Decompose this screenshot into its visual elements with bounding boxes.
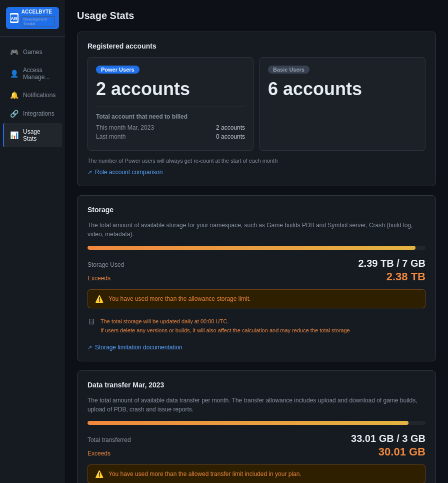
- power-users-box: Power Users 2 accounts Total account tha…: [88, 57, 254, 151]
- sidebar-item-games-label: Games: [23, 49, 42, 56]
- integrations-icon: 🔗: [10, 110, 18, 118]
- storage-exceeds-value: 2.38 TB: [386, 270, 426, 283]
- transfer-progress-bar: [88, 421, 426, 425]
- power-users-info: The number of Power users will always ge…: [88, 158, 426, 164]
- billing-last-month-value: 0 accounts: [216, 133, 245, 140]
- billing-this-month-label: This month Mar, 2023: [96, 124, 154, 131]
- data-transfer-card: Data transfer Mar, 2023 The total amount…: [77, 370, 436, 483]
- storage-doc-link-wrap: ↗ Storage limitation documentation: [88, 344, 426, 351]
- sidebar: AB ACCELBYTE Development Toolkit 🎮 Games…: [0, 0, 65, 483]
- logo-icon: AB: [10, 13, 18, 23]
- power-users-badge: Power Users: [96, 66, 140, 74]
- storage-stats-row: Storage Used 2.39 TB / 7 GB: [88, 258, 426, 269]
- sidebar-item-access-manage-label: Access Manage...: [23, 67, 55, 81]
- access-manage-icon: 👤: [10, 70, 18, 78]
- transfer-alert-box: ⚠️ You have used more than the allowed t…: [88, 464, 426, 483]
- transfer-exceeds-value: 30.01 GB: [378, 445, 426, 458]
- logo-name: ACCELBYTE: [22, 9, 55, 15]
- billing-last-month-label: Last month: [96, 133, 126, 140]
- registered-accounts-title: Registered accounts: [88, 42, 426, 50]
- storage-doc-label: Storage limitation documentation: [95, 344, 182, 351]
- storage-info-text: The total storage will be updated daily …: [100, 317, 350, 335]
- billing-this-month-value: 2 accounts: [216, 124, 245, 131]
- sidebar-item-usage-stats[interactable]: 📊 Usage Stats: [3, 123, 62, 147]
- storage-alert-text: You have used more than the allowance st…: [108, 295, 250, 302]
- sidebar-item-notifications-label: Notifications: [23, 92, 56, 99]
- billing-this-month: This month Mar, 2023 2 accounts: [96, 124, 245, 131]
- sidebar-nav: 🎮 Games 👤 Access Manage... 🔔 Notificatio…: [0, 37, 65, 483]
- page-title: Usage Stats: [77, 10, 436, 22]
- transfer-alert-icon: ⚠️: [95, 470, 104, 478]
- storage-used-value: 2.39 TB / 7 GB: [358, 258, 426, 269]
- sidebar-logo: AB ACCELBYTE Development Toolkit: [0, 0, 65, 37]
- storage-bar-fill: [88, 246, 416, 250]
- sidebar-item-integrations[interactable]: 🔗 Integrations: [3, 105, 62, 123]
- storage-exceeds-row: Exceeds 2.38 TB: [88, 270, 426, 283]
- registered-accounts-card: Registered accounts Power Users 2 accoun…: [77, 32, 436, 186]
- storage-external-link-icon: ↗: [88, 344, 92, 351]
- role-comparison-label: Role account comparison: [95, 169, 162, 176]
- transfer-stats-row: Total transferred 33.01 GB / 3 GB: [88, 433, 426, 444]
- notifications-icon: 🔔: [10, 91, 18, 99]
- logo-subtitle: Development Toolkit: [22, 16, 55, 27]
- main-content: Usage Stats Registered accounts Power Us…: [65, 0, 448, 483]
- storage-desc: The total amount of available storage fo…: [88, 221, 426, 239]
- accounts-grid: Power Users 2 accounts Total account tha…: [88, 57, 426, 151]
- alert-triangle-icon: ⚠️: [95, 295, 104, 303]
- billing-section: Total account that need to billed This m…: [96, 107, 245, 140]
- transfer-exceeds-label: Exceeds: [88, 450, 110, 457]
- storage-info-line2: If users delete any versions or builds, …: [100, 327, 278, 333]
- data-transfer-desc: The total amount of available data trans…: [88, 396, 426, 414]
- transfer-exceeds-row: Exceeds 30.01 GB: [88, 445, 426, 458]
- logo-box: AB ACCELBYTE Development Toolkit: [6, 7, 59, 29]
- usage-stats-icon: 📊: [10, 131, 18, 139]
- transfer-label: Total transferred: [88, 436, 131, 443]
- storage-alert-box: ⚠️ You have used more than the allowance…: [88, 289, 426, 308]
- storage-title: Storage: [88, 206, 426, 214]
- sidebar-item-games[interactable]: 🎮 Games: [3, 43, 62, 61]
- billing-last-month: Last month 0 accounts: [96, 133, 245, 140]
- transfer-alert-text: You have used more than the allowed tran…: [108, 470, 302, 477]
- storage-info-box: 🖥 The total storage will be updated dail…: [88, 314, 426, 338]
- basic-users-badge: Basic Users: [268, 66, 310, 74]
- billing-title: Total account that need to billed: [96, 113, 245, 120]
- games-icon: 🎮: [10, 48, 18, 56]
- external-link-icon: ↗: [88, 169, 92, 176]
- svg-text:AB: AB: [11, 16, 18, 21]
- storage-exceeds-label: Exceeds: [88, 275, 110, 282]
- storage-info-line1: The total storage will be updated daily …: [100, 318, 228, 324]
- transfer-value: 33.01 GB / 3 GB: [351, 433, 426, 444]
- storage-progress-bar: [88, 246, 426, 250]
- transfer-bar-fill: [88, 421, 408, 425]
- info-server-icon: 🖥: [88, 317, 96, 326]
- sidebar-item-usage-stats-label: Usage Stats: [23, 128, 55, 142]
- power-users-count: 2 accounts: [96, 79, 245, 100]
- storage-info-highlight: may reduce the total storage: [280, 327, 350, 333]
- data-transfer-title: Data transfer Mar, 2023: [88, 381, 426, 389]
- storage-card: Storage The total amount of available st…: [77, 195, 436, 361]
- sidebar-item-access-manage[interactable]: 👤 Access Manage...: [3, 62, 62, 86]
- basic-users-count: 6 accounts: [268, 79, 417, 100]
- sidebar-item-integrations-label: Integrations: [23, 110, 54, 117]
- basic-users-box: Basic Users 6 accounts: [260, 57, 426, 151]
- storage-doc-link[interactable]: ↗ Storage limitation documentation: [88, 344, 426, 351]
- storage-used-label: Storage Used: [88, 261, 124, 268]
- sidebar-item-notifications[interactable]: 🔔 Notifications: [3, 86, 62, 104]
- role-comparison-link[interactable]: ↗ Role account comparison: [88, 169, 426, 176]
